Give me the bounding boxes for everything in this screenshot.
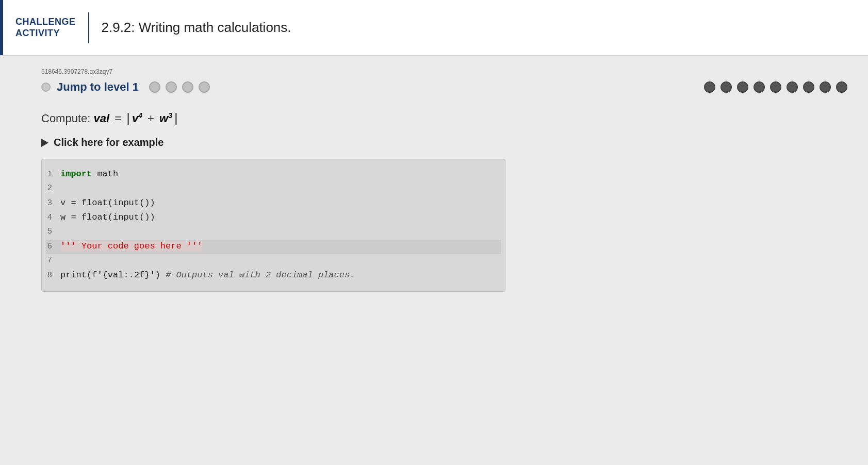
example-section: Click here for example [41, 137, 847, 148]
triangle-right-icon [41, 139, 48, 147]
code-content-3: v = float(input()) [60, 198, 155, 208]
code-line-2: 2 [46, 182, 501, 196]
math-formula: val = | v4 + w3 | [94, 110, 178, 126]
progress-dot-6[interactable] [787, 81, 798, 93]
line-num-6: 6 [46, 242, 60, 251]
header-title: 2.9.2: Writing math calculations. [102, 20, 291, 36]
dots-row-right [704, 81, 847, 93]
line-num-8: 8 [46, 271, 60, 280]
example-toggle[interactable]: Click here for example [41, 137, 847, 148]
challenge-label-line1: CHALLENGE [15, 16, 76, 28]
header-divider [88, 12, 89, 43]
math-plus: + [144, 112, 157, 125]
line-num-7: 7 [46, 256, 60, 265]
main-content: 518646.3907278.qx3zqy7 Jump to level 1 [0, 56, 868, 465]
code-line-8: 8 print(f'{val:.2f}') # Outputs val with… [46, 269, 501, 283]
code-content-4: w = float(input()) [60, 212, 155, 222]
code-line-7: 7 [46, 254, 501, 269]
line-num-3: 3 [46, 198, 60, 208]
progress-dot-5[interactable] [770, 81, 781, 93]
jump-section: Jump to level 1 [41, 80, 847, 94]
header-bar: CHALLENGE ACTIVITY 2.9.2: Writing math c… [0, 0, 868, 56]
math-w: w3 [159, 111, 172, 125]
code-line-6: 6 ''' Your code goes here ''' [46, 240, 501, 254]
dots-row-left [149, 81, 210, 93]
code-content-1: import math [60, 169, 118, 179]
code-editor[interactable]: 1 import math 2 3 v = float(input()) 4 w… [41, 159, 505, 292]
math-abs-right: | [174, 110, 178, 126]
code-line-1: 1 import math [46, 168, 501, 182]
level-dot-3[interactable] [182, 81, 193, 93]
session-id: 518646.3907278.qx3zqy7 [41, 68, 847, 75]
challenge-label: CHALLENGE ACTIVITY [15, 16, 76, 39]
jump-to-level-link[interactable]: Jump to level 1 [57, 80, 139, 94]
math-v: v4 [132, 111, 142, 125]
progress-dot-1[interactable] [704, 81, 715, 93]
math-equals: = [111, 112, 124, 125]
math-val: val [94, 112, 110, 125]
code-content-6: ''' Your code goes here ''' [60, 241, 202, 251]
line-num-1: 1 [46, 170, 60, 179]
level-dot-4[interactable] [199, 81, 210, 93]
progress-dot-3[interactable] [737, 81, 748, 93]
level-dot-1[interactable] [149, 81, 160, 93]
level-dot-2[interactable] [166, 81, 177, 93]
line-num-2: 2 [46, 184, 60, 193]
code-line-3: 3 v = float(input()) [46, 196, 501, 211]
progress-dot-2[interactable] [720, 81, 732, 93]
code-line-4: 4 w = float(input()) [46, 211, 501, 225]
progress-dot-8[interactable] [820, 81, 831, 93]
code-line-5: 5 [46, 225, 501, 240]
progress-dot-9[interactable] [836, 81, 847, 93]
challenge-label-line2: ACTIVITY [15, 28, 76, 39]
compute-prefix: Compute: [41, 112, 94, 125]
line-num-4: 4 [46, 213, 60, 222]
math-abs-left: | [126, 110, 130, 126]
progress-dot-7[interactable] [803, 81, 814, 93]
line-num-5: 5 [46, 227, 60, 236]
level-dot-inactive-left [41, 82, 51, 92]
compute-section: Compute: val = | v4 + w3 | [41, 110, 847, 126]
example-toggle-label: Click here for example [54, 137, 163, 148]
page-wrapper: CHALLENGE ACTIVITY 2.9.2: Writing math c… [0, 0, 868, 465]
code-content-8: print(f'{val:.2f}') # Outputs val with 2… [60, 270, 355, 280]
progress-dot-4[interactable] [754, 81, 765, 93]
header-content: CHALLENGE ACTIVITY 2.9.2: Writing math c… [3, 0, 304, 55]
